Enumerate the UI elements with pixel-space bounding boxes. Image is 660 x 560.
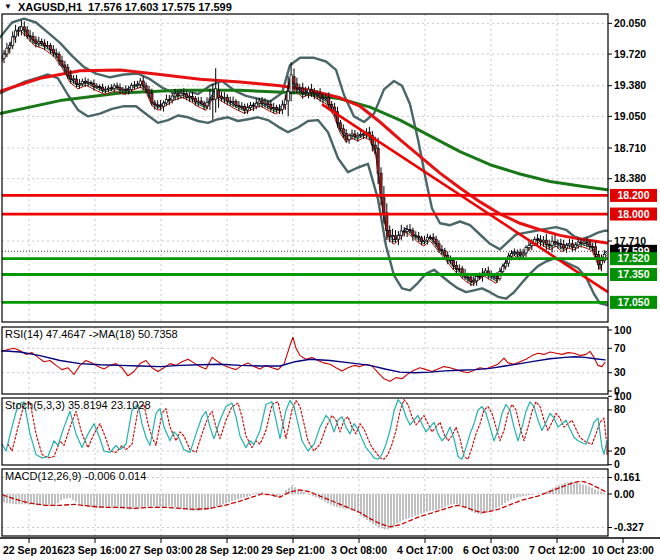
candle-bearish xyxy=(429,237,431,238)
candle-bearish xyxy=(203,103,205,106)
candle-bearish xyxy=(116,86,118,87)
candle-bullish xyxy=(400,231,402,236)
candle-bullish xyxy=(87,82,89,83)
main-chart-panel xyxy=(0,14,608,322)
candle-bearish xyxy=(49,45,51,49)
stoch-tick-label: 20 xyxy=(614,445,626,457)
rsi-line xyxy=(2,337,605,381)
candle-bearish xyxy=(200,101,202,103)
candle-bearish xyxy=(589,243,591,247)
candle-bearish xyxy=(226,97,228,101)
price-tick-label: 20.050 xyxy=(614,17,646,29)
candle-bearish xyxy=(595,247,597,255)
candle-bearish xyxy=(548,244,550,245)
support-price-badge-text: 17.350 xyxy=(617,268,649,280)
candle-bullish xyxy=(136,84,138,85)
price-tick-label: 18.380 xyxy=(614,172,646,184)
candle-bullish xyxy=(406,229,408,231)
candle-bearish xyxy=(26,30,28,36)
candle-bearish xyxy=(278,109,280,110)
candles-layer xyxy=(3,20,606,286)
candle-bullish xyxy=(107,88,109,89)
time-axis: 22 Sep 201623 Sep 16:0027 Sep 03:0028 Se… xyxy=(0,538,660,556)
candle-bearish xyxy=(41,41,43,43)
candle-bullish xyxy=(322,98,324,99)
candle-bullish xyxy=(128,90,130,91)
candle-bearish xyxy=(313,93,315,94)
candle-bearish xyxy=(154,103,156,105)
candle-bullish xyxy=(299,88,301,89)
time-axis-label: 3 Oct 08:00 xyxy=(331,544,387,556)
candle-bearish xyxy=(61,61,63,65)
candle-bearish xyxy=(438,244,440,250)
candle-bearish xyxy=(67,68,69,76)
candle-bearish xyxy=(455,265,457,268)
candle-bearish xyxy=(186,94,188,98)
candle-bullish xyxy=(583,242,585,243)
candle-bullish xyxy=(209,99,211,100)
candle-bearish xyxy=(374,145,376,148)
symbol-dropdown-icon[interactable]: ▼ xyxy=(4,3,12,11)
rsi-tick-label: 100 xyxy=(614,324,632,336)
candle-bullish xyxy=(348,136,350,140)
candle-bullish xyxy=(525,248,527,253)
moving-averages xyxy=(0,26,607,285)
bollinger-lower-band xyxy=(0,75,607,306)
candle-bearish xyxy=(441,249,443,250)
candle-bullish xyxy=(96,86,98,87)
candle-bullish xyxy=(484,271,486,273)
candle-bullish xyxy=(392,236,394,237)
time-axis-label: 27 Sep 03:00 xyxy=(129,544,193,556)
candle-bearish xyxy=(52,50,54,53)
candle-bearish xyxy=(342,129,344,134)
price-tick-label: 19.050 xyxy=(614,110,646,122)
candle-bullish xyxy=(162,103,164,106)
candle-bullish xyxy=(305,93,307,94)
candle-bearish xyxy=(452,261,454,266)
candle-bearish xyxy=(519,252,521,254)
candle-bullish xyxy=(197,101,199,102)
candle-bearish xyxy=(415,236,417,237)
candle-bearish xyxy=(99,86,101,87)
candle-bullish xyxy=(189,96,191,97)
candle-bullish xyxy=(180,93,182,96)
candle-bearish xyxy=(418,236,420,238)
candle-bearish xyxy=(241,106,243,107)
candle-bearish xyxy=(470,277,472,282)
candle-bearish xyxy=(580,242,582,243)
macd-indicator-label: MACD(12,26,9) -0.006 0.014 xyxy=(5,470,146,482)
candle-bullish xyxy=(165,99,167,103)
candle-bullish xyxy=(513,253,515,254)
candle-bearish xyxy=(293,77,295,84)
candle-bearish xyxy=(148,90,150,94)
candle-bullish xyxy=(223,97,225,98)
candle-bullish xyxy=(473,281,475,282)
candle-bearish xyxy=(592,246,594,247)
candle-bullish xyxy=(600,261,602,265)
candle-bearish xyxy=(435,239,437,244)
candle-bearish xyxy=(383,198,385,213)
candle-bearish xyxy=(328,98,330,105)
candle-bullish xyxy=(247,108,249,110)
candle-bullish xyxy=(15,31,17,37)
candle-bearish xyxy=(102,87,104,90)
candle-bearish xyxy=(386,213,388,231)
candle-bearish xyxy=(244,106,246,110)
stoch-tick-label: 80 xyxy=(614,403,626,415)
candle-bullish xyxy=(255,103,257,106)
candle-bearish xyxy=(537,239,539,240)
bollinger-bands xyxy=(0,19,607,306)
time-axis-label: 6 Oct 03:00 xyxy=(463,544,519,556)
time-axis-label: 23 Sep 16:00 xyxy=(63,544,127,556)
price-tick-label: 18.710 xyxy=(614,142,646,154)
candle-bearish xyxy=(142,81,144,86)
candle-bullish xyxy=(423,240,425,241)
price-axis: 20.05019.72019.38019.05018.71018.38017.7… xyxy=(608,17,657,533)
candle-bearish xyxy=(191,96,193,98)
candle-bearish xyxy=(75,79,77,84)
candle-bearish xyxy=(35,40,37,43)
candle-bearish xyxy=(432,238,434,240)
candle-bullish xyxy=(273,107,275,108)
candle-bearish xyxy=(380,173,382,197)
descending-trendline[interactable] xyxy=(322,104,608,292)
